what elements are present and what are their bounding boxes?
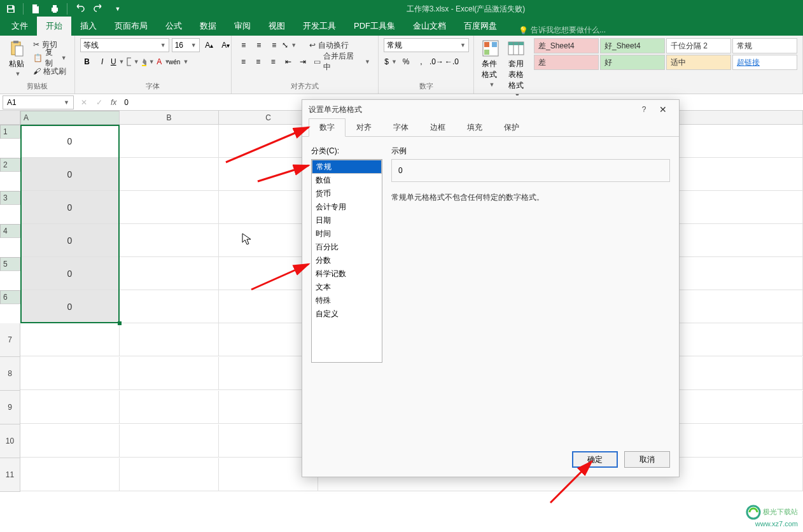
category-item[interactable]: 货币 — [312, 187, 382, 200]
accept-formula-button[interactable]: ✓ — [92, 98, 107, 107]
row-header[interactable]: 9 — [0, 391, 20, 424]
cell[interactable]: 0 — [20, 224, 120, 257]
category-item[interactable]: 日期 — [312, 214, 382, 227]
category-item[interactable]: 百分比 — [312, 241, 382, 254]
dialog-tab-protection[interactable]: 保护 — [493, 118, 530, 137]
tab-insert[interactable]: 插入 — [71, 17, 106, 36]
row-header[interactable]: 11 — [0, 458, 20, 492]
tab-kingsoft[interactable]: 金山文档 — [404, 17, 455, 36]
dialog-tab-fill[interactable]: 填充 — [456, 118, 493, 137]
cell[interactable] — [20, 424, 120, 458]
style-cell-bad[interactable]: 差_Sheet4 — [534, 38, 599, 53]
align-center-button[interactable]: ≡ — [251, 55, 265, 69]
undo-button[interactable] — [73, 2, 87, 16]
cell[interactable] — [120, 357, 219, 390]
dialog-close-button[interactable]: ✕ — [653, 104, 673, 115]
cell[interactable] — [120, 257, 219, 290]
col-header-b[interactable]: B — [120, 111, 219, 124]
ok-button[interactable]: 确定 — [572, 451, 618, 468]
category-item[interactable]: 文本 — [312, 281, 382, 294]
paste-button[interactable]: 粘贴 ▼ — [5, 38, 28, 78]
cancel-button[interactable]: 取消 — [624, 451, 670, 468]
dialog-tab-font[interactable]: 字体 — [382, 118, 419, 137]
category-item[interactable]: 会计专用 — [312, 200, 382, 214]
cell[interactable] — [120, 125, 219, 158]
tab-view[interactable]: 视图 — [260, 17, 294, 36]
dialog-tab-alignment[interactable]: 对齐 — [346, 118, 382, 137]
dialog-help-button[interactable]: ? — [634, 105, 653, 114]
percent-button[interactable]: % — [399, 55, 413, 69]
increase-decimal-button[interactable]: .0→ — [429, 55, 443, 69]
row-header[interactable]: 5 — [0, 257, 20, 271]
row-header[interactable]: 7 — [0, 323, 20, 357]
category-item[interactable]: 科学记数 — [312, 267, 382, 281]
align-right-button[interactable]: ≡ — [267, 55, 280, 69]
cell[interactable]: 0 — [20, 257, 120, 290]
orientation-button[interactable]: ⤡▼ — [283, 38, 297, 52]
category-item[interactable]: 自定义 — [312, 307, 382, 321]
style-cell-good2[interactable]: 好 — [600, 55, 665, 70]
category-item[interactable]: 常规 — [312, 160, 382, 174]
increase-indent-button[interactable]: ⇥ — [296, 55, 309, 69]
tab-formulas[interactable]: 公式 — [157, 17, 191, 36]
merge-center-button[interactable]: ▭合并后居中▼ — [311, 55, 373, 68]
style-cell-link[interactable]: 超链接 — [732, 55, 797, 70]
name-box[interactable]: A1▼ — [3, 95, 74, 109]
category-item[interactable]: 数值 — [312, 174, 382, 187]
dialog-tab-border[interactable]: 边框 — [419, 118, 456, 137]
dialog-titlebar[interactable]: 设置单元格格式 ? ✕ — [302, 100, 679, 119]
copy-button[interactable]: 📋复制▼ — [31, 52, 69, 64]
decrease-decimal-button[interactable]: ←.0 — [445, 55, 459, 69]
cell[interactable]: 0 — [20, 158, 120, 191]
cell[interactable] — [120, 224, 219, 257]
tab-developer[interactable]: 开发工具 — [294, 17, 345, 36]
fx-icon[interactable]: fx — [107, 98, 120, 107]
currency-button[interactable]: $▼ — [384, 55, 398, 69]
row-header[interactable]: 6 — [0, 290, 20, 304]
cell[interactable] — [20, 323, 120, 356]
align-bottom-button[interactable]: ≡ — [267, 38, 281, 52]
save-button[interactable] — [4, 2, 18, 16]
align-middle-button[interactable]: ≡ — [252, 38, 266, 52]
conditional-format-button[interactable]: 条件格式▼ — [479, 38, 502, 89]
col-header-a[interactable]: A — [20, 111, 120, 125]
cell[interactable] — [120, 391, 219, 424]
cell[interactable] — [120, 323, 219, 356]
font-size-select[interactable]: 16▼ — [172, 38, 200, 52]
tab-review[interactable]: 审阅 — [225, 17, 260, 36]
row-header[interactable]: 1 — [0, 125, 20, 139]
cell[interactable] — [120, 158, 219, 191]
align-top-button[interactable]: ≡ — [237, 38, 251, 52]
tab-baidu[interactable]: 百度网盘 — [455, 17, 506, 36]
fill-color-button[interactable]: ▼ — [141, 55, 155, 69]
row-header[interactable]: 8 — [0, 357, 20, 391]
cell[interactable] — [120, 290, 219, 323]
qat-customize-button[interactable]: ▼ — [111, 2, 125, 16]
row-header[interactable]: 2 — [0, 158, 20, 172]
row-header[interactable]: 3 — [0, 191, 20, 205]
style-cell-good[interactable]: 好_Sheet4 — [600, 38, 665, 53]
cell[interactable] — [20, 458, 120, 491]
cell[interactable] — [120, 191, 219, 224]
italic-button[interactable]: I — [95, 55, 109, 69]
phonetic-button[interactable]: wén▼ — [172, 55, 186, 69]
tab-pdf-tools[interactable]: PDF工具集 — [345, 17, 404, 36]
cell[interactable] — [120, 424, 219, 458]
redo-button[interactable] — [92, 2, 106, 16]
tab-page-layout[interactable]: 页面布局 — [106, 17, 157, 36]
cell[interactable] — [120, 458, 219, 491]
row-header[interactable]: 10 — [0, 424, 20, 458]
format-as-table-button[interactable]: 套用 表格格式▼ — [505, 38, 527, 100]
cancel-formula-button[interactable]: ✕ — [76, 98, 92, 107]
cell[interactable]: 0 — [20, 191, 120, 224]
border-button[interactable]: ▼ — [126, 55, 140, 69]
category-item[interactable]: 分数 — [312, 254, 382, 267]
underline-button[interactable]: U▼ — [111, 55, 125, 69]
number-format-select[interactable]: 常规▼ — [384, 38, 469, 52]
font-name-select[interactable]: 等线▼ — [80, 38, 169, 52]
cell[interactable]: 0 — [20, 290, 120, 323]
fill-handle[interactable] — [118, 321, 122, 325]
dialog-tab-number[interactable]: 数字 — [309, 118, 346, 137]
cell[interactable] — [20, 391, 120, 424]
bold-button[interactable]: B — [80, 55, 94, 69]
